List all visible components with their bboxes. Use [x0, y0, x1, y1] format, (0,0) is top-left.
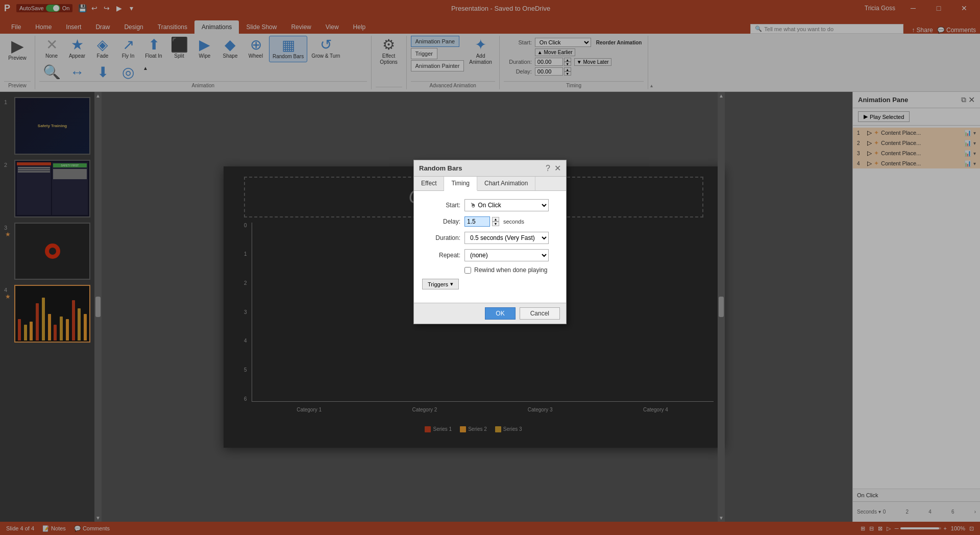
dialog-repeat-row: Repeat: (none) 2 3 Until Next Click: [422, 249, 558, 261]
dialog-triggers-row: Triggers ▾: [422, 279, 558, 289]
dialog-start-row: Start: 🖱 On Click With Previous After Pr…: [422, 199, 558, 211]
dialog-delay-group: ▲ ▼ seconds: [464, 216, 524, 227]
modal-title: Random Bars: [419, 164, 462, 172]
dialog-start-select[interactable]: 🖱 On Click With Previous After Previous: [464, 199, 549, 211]
modal-header: Random Bars ? ✕: [414, 160, 566, 177]
dialog-repeat-label: Repeat:: [422, 252, 460, 259]
dialog-start-group: 🖱 On Click With Previous After Previous: [464, 199, 549, 211]
modal-footer: OK Cancel: [414, 303, 566, 324]
ok-button[interactable]: OK: [485, 307, 515, 320]
triggers-label: Triggers: [428, 281, 448, 287]
delay-spinner-up[interactable]: ▲: [492, 217, 499, 222]
delay-spinner-down[interactable]: ▼: [492, 222, 499, 226]
cancel-button[interactable]: Cancel: [520, 307, 560, 320]
dialog-duration-label: Duration:: [422, 234, 460, 241]
modal-overlay[interactable]: Random Bars ? ✕ Effect Timing Chart Anim…: [0, 0, 980, 535]
modal-body: Start: 🖱 On Click With Previous After Pr…: [414, 191, 566, 303]
modal-tab-effect[interactable]: Effect: [414, 177, 444, 190]
rewind-label: Rewind when done playing: [474, 266, 547, 274]
dialog-start-label: Start:: [422, 202, 460, 209]
modal-tab-chart[interactable]: Chart Animation: [477, 177, 535, 190]
dialog-duration-group: 0.5 seconds (Very Fast) 1 second (Fast) …: [464, 232, 549, 244]
dialog-rewind-row: Rewind when done playing: [464, 266, 558, 274]
random-bars-dialog: Random Bars ? ✕ Effect Timing Chart Anim…: [413, 160, 567, 324]
dialog-duration-row: Duration: 0.5 seconds (Very Fast) 1 seco…: [422, 232, 558, 244]
dialog-delay-row: Delay: ▲ ▼ seconds: [422, 216, 558, 227]
triggers-arrow: ▾: [450, 281, 453, 287]
modal-tab-timing[interactable]: Timing: [444, 177, 477, 191]
dialog-delay-input[interactable]: [464, 216, 490, 227]
rewind-checkbox[interactable]: [464, 267, 471, 274]
triggers-button[interactable]: Triggers ▾: [422, 279, 459, 289]
dialog-repeat-group: (none) 2 3 Until Next Click: [464, 249, 549, 261]
dialog-delay-label: Delay:: [422, 218, 460, 225]
modal-tabs: Effect Timing Chart Animation: [414, 177, 566, 191]
dialog-delay-spinner: ▲ ▼: [492, 217, 499, 226]
dialog-duration-select[interactable]: 0.5 seconds (Very Fast) 1 second (Fast) …: [464, 232, 549, 244]
modal-close-btn[interactable]: ✕: [554, 163, 561, 173]
modal-help-btn[interactable]: ?: [546, 164, 550, 173]
dialog-repeat-select[interactable]: (none) 2 3 Until Next Click: [464, 249, 549, 261]
delay-unit-label: seconds: [503, 218, 524, 225]
